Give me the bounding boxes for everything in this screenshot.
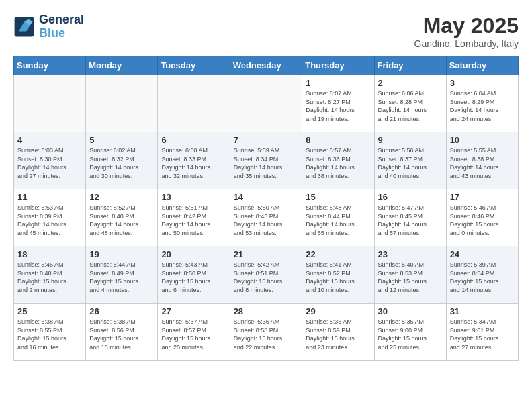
calendar-cell: 4Sunrise: 6:03 AM Sunset: 8:30 PM Daylig…	[14, 132, 86, 189]
day-number: 21	[234, 249, 299, 259]
weekday-header-row: SundayMondayTuesdayWednesdayThursdayFrid…	[14, 56, 519, 75]
day-number: 31	[450, 306, 515, 316]
day-number: 5	[89, 135, 154, 145]
day-number: 18	[17, 249, 82, 259]
calendar-cell: 17Sunrise: 5:46 AM Sunset: 8:46 PM Dayli…	[446, 189, 518, 246]
logo-line2: Blue	[39, 27, 84, 40]
calendar-cell: 27Sunrise: 5:37 AM Sunset: 8:57 PM Dayli…	[158, 304, 230, 361]
weekday-header: Wednesday	[230, 56, 302, 75]
day-info: Sunrise: 5:35 AM Sunset: 9:00 PM Dayligh…	[378, 318, 443, 351]
day-info: Sunrise: 5:41 AM Sunset: 8:52 PM Dayligh…	[306, 261, 370, 294]
day-info: Sunrise: 5:37 AM Sunset: 8:57 PM Dayligh…	[161, 318, 226, 351]
day-info: Sunrise: 5:57 AM Sunset: 8:36 PM Dayligh…	[306, 146, 370, 180]
day-number: 8	[306, 135, 370, 145]
calendar-week-row: 1Sunrise: 6:07 AM Sunset: 8:27 PM Daylig…	[14, 75, 519, 132]
day-info: Sunrise: 5:44 AM Sunset: 8:49 PM Dayligh…	[89, 261, 154, 294]
calendar-cell: 7Sunrise: 5:59 AM Sunset: 8:34 PM Daylig…	[230, 132, 302, 189]
logo-line1: General	[39, 13, 84, 27]
day-number: 7	[234, 135, 299, 145]
calendar-cell	[230, 75, 302, 132]
day-info: Sunrise: 5:34 AM Sunset: 9:01 PM Dayligh…	[450, 318, 515, 351]
weekday-header: Tuesday	[158, 56, 230, 75]
day-info: Sunrise: 6:06 AM Sunset: 8:28 PM Dayligh…	[378, 89, 443, 123]
day-info: Sunrise: 5:46 AM Sunset: 8:46 PM Dayligh…	[450, 203, 515, 237]
calendar-cell: 20Sunrise: 5:43 AM Sunset: 8:50 PM Dayli…	[158, 246, 230, 304]
day-info: Sunrise: 5:56 AM Sunset: 8:37 PM Dayligh…	[378, 146, 443, 180]
day-info: Sunrise: 5:48 AM Sunset: 8:44 PM Dayligh…	[306, 203, 370, 237]
day-number: 19	[89, 249, 154, 259]
calendar-cell	[86, 75, 158, 132]
calendar-cell: 31Sunrise: 5:34 AM Sunset: 9:01 PM Dayli…	[446, 304, 518, 361]
day-info: Sunrise: 6:03 AM Sunset: 8:30 PM Dayligh…	[17, 146, 82, 180]
calendar-table: SundayMondayTuesdayWednesdayThursdayFrid…	[13, 56, 519, 361]
day-info: Sunrise: 5:42 AM Sunset: 8:51 PM Dayligh…	[234, 261, 299, 294]
calendar-cell: 29Sunrise: 5:35 AM Sunset: 8:59 PM Dayli…	[302, 304, 374, 361]
title-block: May 2025 Gandino, Lombardy, Italy	[414, 13, 519, 49]
calendar-week-row: 4Sunrise: 6:03 AM Sunset: 8:30 PM Daylig…	[14, 132, 519, 189]
calendar-cell: 11Sunrise: 5:53 AM Sunset: 8:39 PM Dayli…	[14, 189, 86, 246]
location: Gandino, Lombardy, Italy	[414, 38, 519, 49]
calendar-cell: 23Sunrise: 5:40 AM Sunset: 8:53 PM Dayli…	[374, 246, 446, 304]
day-info: Sunrise: 5:59 AM Sunset: 8:34 PM Dayligh…	[234, 146, 299, 180]
calendar-week-row: 18Sunrise: 5:45 AM Sunset: 8:48 PM Dayli…	[14, 246, 519, 304]
day-number: 10	[450, 135, 515, 145]
day-info: Sunrise: 6:07 AM Sunset: 8:27 PM Dayligh…	[306, 89, 370, 123]
weekday-header: Monday	[86, 56, 158, 75]
calendar-cell: 25Sunrise: 5:38 AM Sunset: 8:55 PM Dayli…	[14, 304, 86, 361]
day-info: Sunrise: 5:55 AM Sunset: 8:38 PM Dayligh…	[450, 146, 515, 180]
day-number: 13	[161, 192, 226, 202]
day-info: Sunrise: 5:51 AM Sunset: 8:42 PM Dayligh…	[161, 203, 226, 237]
day-info: Sunrise: 6:02 AM Sunset: 8:32 PM Dayligh…	[89, 146, 154, 180]
day-info: Sunrise: 5:35 AM Sunset: 8:59 PM Dayligh…	[306, 318, 370, 351]
day-info: Sunrise: 5:47 AM Sunset: 8:45 PM Dayligh…	[378, 203, 443, 237]
calendar-cell: 15Sunrise: 5:48 AM Sunset: 8:44 PM Dayli…	[302, 189, 374, 246]
day-number: 16	[378, 192, 443, 202]
day-number: 11	[17, 192, 82, 202]
day-number: 23	[378, 249, 443, 259]
calendar-cell: 12Sunrise: 5:52 AM Sunset: 8:40 PM Dayli…	[86, 189, 158, 246]
day-number: 3	[450, 78, 515, 88]
calendar-cell: 24Sunrise: 5:39 AM Sunset: 8:54 PM Dayli…	[446, 246, 518, 304]
calendar-cell: 8Sunrise: 5:57 AM Sunset: 8:36 PM Daylig…	[302, 132, 374, 189]
day-number: 1	[306, 78, 370, 88]
day-number: 12	[89, 192, 154, 202]
day-number: 2	[378, 78, 443, 88]
day-info: Sunrise: 5:36 AM Sunset: 8:58 PM Dayligh…	[234, 318, 299, 351]
day-info: Sunrise: 5:40 AM Sunset: 8:53 PM Dayligh…	[378, 261, 443, 294]
weekday-header: Thursday	[302, 56, 374, 75]
calendar-cell: 19Sunrise: 5:44 AM Sunset: 8:49 PM Dayli…	[86, 246, 158, 304]
day-number: 14	[234, 192, 299, 202]
day-number: 24	[450, 249, 515, 259]
day-info: Sunrise: 5:38 AM Sunset: 8:56 PM Dayligh…	[89, 318, 154, 351]
calendar-cell: 5Sunrise: 6:02 AM Sunset: 8:32 PM Daylig…	[86, 132, 158, 189]
calendar-cell	[14, 75, 86, 132]
calendar-cell: 14Sunrise: 5:50 AM Sunset: 8:43 PM Dayli…	[230, 189, 302, 246]
calendar-cell: 13Sunrise: 5:51 AM Sunset: 8:42 PM Dayli…	[158, 189, 230, 246]
day-info: Sunrise: 5:43 AM Sunset: 8:50 PM Dayligh…	[161, 261, 226, 294]
calendar-cell: 16Sunrise: 5:47 AM Sunset: 8:45 PM Dayli…	[374, 189, 446, 246]
day-number: 25	[17, 306, 82, 316]
logo: General Blue	[13, 13, 84, 40]
month-title: May 2025	[414, 13, 519, 38]
day-number: 17	[450, 192, 515, 202]
calendar-cell: 18Sunrise: 5:45 AM Sunset: 8:48 PM Dayli…	[14, 246, 86, 304]
day-number: 28	[234, 306, 299, 316]
weekday-header: Sunday	[14, 56, 86, 75]
day-info: Sunrise: 5:38 AM Sunset: 8:55 PM Dayligh…	[17, 318, 82, 351]
calendar-cell: 3Sunrise: 6:04 AM Sunset: 8:29 PM Daylig…	[446, 75, 518, 132]
calendar-cell: 9Sunrise: 5:56 AM Sunset: 8:37 PM Daylig…	[374, 132, 446, 189]
day-number: 22	[306, 249, 370, 259]
calendar-cell: 28Sunrise: 5:36 AM Sunset: 8:58 PM Dayli…	[230, 304, 302, 361]
day-info: Sunrise: 5:45 AM Sunset: 8:48 PM Dayligh…	[17, 261, 82, 294]
day-info: Sunrise: 6:00 AM Sunset: 8:33 PM Dayligh…	[161, 146, 226, 180]
day-number: 26	[89, 306, 154, 316]
day-number: 6	[161, 135, 226, 145]
calendar-cell: 22Sunrise: 5:41 AM Sunset: 8:52 PM Dayli…	[302, 246, 374, 304]
calendar-cell: 1Sunrise: 6:07 AM Sunset: 8:27 PM Daylig…	[302, 75, 374, 132]
day-number: 20	[161, 249, 226, 259]
day-info: Sunrise: 5:39 AM Sunset: 8:54 PM Dayligh…	[450, 261, 515, 294]
calendar-cell	[158, 75, 230, 132]
page-header: General Blue May 2025 Gandino, Lombardy,…	[13, 13, 519, 49]
day-number: 30	[378, 306, 443, 316]
day-info: Sunrise: 6:04 AM Sunset: 8:29 PM Dayligh…	[450, 89, 515, 123]
